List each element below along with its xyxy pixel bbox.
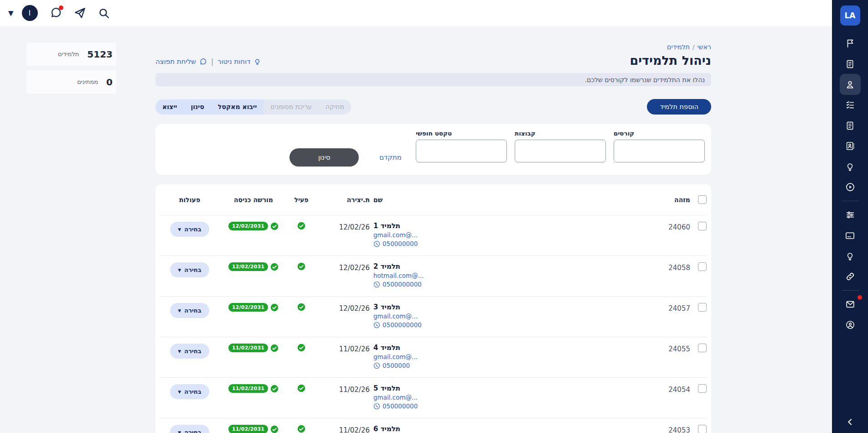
advanced-filter-link[interactable]: מתקדם [379,153,402,162]
caret-down-icon[interactable]: ▼ [8,9,14,17]
send-icon[interactable] [74,7,86,19]
student-name: תלמיד 3 [373,303,400,311]
mail-notification-dot [858,295,862,300]
row-checkbox[interactable] [698,344,707,352]
allowed-until-badge: 12/02/2031 [228,262,268,271]
phone-number: 0500000 [382,362,410,369]
tab-filter[interactable]: סינון [184,99,211,115]
row-checkbox[interactable] [698,222,707,230]
link-icon[interactable] [840,269,861,284]
student-phone[interactable]: 0500000 [373,362,410,369]
allowed-until-badge: 11/02/2031 [228,384,268,393]
row-checkbox[interactable] [698,262,707,271]
table-row: 24055 תלמיד 4 gmail.com@... 0500000 11/0… [160,337,707,378]
lightbulb-icon[interactable] [840,159,861,174]
tab-delete[interactable]: מחיקה [319,99,351,115]
sidebar-divider [842,290,859,291]
tab-edit-selected[interactable]: עריכת מסומנים [264,99,319,115]
login-allowed-cell: 12/02/2031 [228,262,279,271]
student-email-link[interactable]: hotmail.com@... [373,272,424,279]
sliders-icon[interactable] [840,207,861,223]
allowed-check-icon [270,222,279,230]
courses-input[interactable] [614,140,705,162]
actions-cell: בחירה▼ [170,222,209,237]
row-action-label: בחירה [184,307,201,314]
row-action-label: בחירה [184,388,201,395]
active-check-icon [297,344,305,352]
idea-icon[interactable] [840,248,861,264]
row-checkbox[interactable] [698,384,707,393]
filter-submit-button[interactable]: סינון [289,148,359,167]
caret-down-icon: ▼ [178,430,181,433]
courses-filter-group: קורסים [614,130,705,162]
students-table: מזהה שם ת.יצירה פעיל מורשה כניסה פעולות … [155,184,711,433]
caret-down-icon: ▼ [178,349,181,354]
stat-card-waiting: 0 ממתינים [26,70,116,94]
created-date: 12/02/26 [315,262,370,272]
free-text-input[interactable] [416,140,507,162]
row-action-button[interactable]: בחירה▼ [170,344,209,359]
row-action-button[interactable]: בחירה▼ [170,384,209,399]
created-date: 12/02/26 [315,303,370,313]
page-title: ניהול תלמידים [630,53,711,68]
flag-icon[interactable] [840,36,861,51]
student-phone[interactable]: 050000000 [373,402,418,410]
active-check-icon [297,222,305,230]
mail-icon[interactable] [840,297,861,312]
select-all-checkbox[interactable] [698,195,707,204]
tab-export[interactable]: ייצוא [155,99,184,115]
chevron-left-icon[interactable] [846,417,855,427]
student-name: תלמיד 6 [373,425,400,433]
groups-label: קבוצות [515,130,535,137]
breadcrumb-current[interactable]: תלמידים [667,43,690,51]
credit-card-icon[interactable] [840,228,861,243]
row-action-button[interactable]: בחירה▼ [170,262,209,277]
breadcrumb-separator: / [692,43,695,51]
student-email-link[interactable]: gmail.com@... [373,353,418,360]
header-actions: פעולות [179,196,200,203]
avatar[interactable]: I [22,5,38,21]
groups-input[interactable] [515,140,606,162]
toolbar: הוספת תלמיד מחיקה עריכת מסומנים ייבוא מא… [155,99,711,115]
play-circle-icon[interactable] [840,179,861,195]
row-action-button[interactable]: בחירה▼ [170,222,209,237]
student-email-link[interactable]: gmail.com@... [373,394,418,401]
student-email-link[interactable]: gmail.com@... [373,231,418,239]
row-checkbox[interactable] [698,425,707,433]
monitor-reports-link[interactable]: דוחות ניטור [217,57,250,66]
active-check-icon [297,384,305,392]
add-student-button[interactable]: הוספת תלמיד [647,99,711,115]
user-circle-icon[interactable] [840,317,861,333]
row-action-button[interactable]: בחירה▼ [170,303,209,318]
tab-import-excel[interactable]: ייבוא מאקסל [211,99,264,115]
student-phone[interactable]: 050000000 [373,240,418,247]
table-header-row: מזהה שם ת.יצירה פעיל מורשה כניסה פעולות [160,184,707,215]
send-broadcast-link[interactable]: שליחת תפוצה [155,57,196,66]
caret-down-icon: ▼ [178,308,181,313]
breadcrumb-home[interactable]: ראשי [698,43,711,51]
student-email-link[interactable]: gmail.com@... [373,313,418,320]
phone-number: 0500000000 [382,281,422,288]
app-logo[interactable]: LA [840,5,860,26]
document-icon[interactable] [840,56,861,72]
search-icon[interactable] [98,7,110,19]
login-allowed-cell: 12/02/2031 [228,222,279,230]
row-checkbox[interactable] [698,303,707,312]
groups-filter-group: קבוצות [515,130,606,162]
allowed-until-badge: 12/02/2031 [228,222,268,230]
contacts-icon[interactable] [840,138,861,154]
pages-icon[interactable] [840,118,861,133]
table-row: 24053 תלמיד 6 11/02/26 11/02/2031 בחירה▼ [160,418,707,433]
checklist-icon[interactable] [840,97,861,113]
actions-cell: בחירה▼ [170,384,209,399]
created-date: 12/02/26 [315,222,370,231]
students-icon[interactable] [840,74,861,95]
phone-number: 0500000000 [382,321,422,329]
active-check-icon [297,303,305,311]
chat-icon[interactable] [50,7,62,19]
student-phone[interactable]: 0500000000 [373,281,422,288]
tabs-active-segment: ייבוא מאקסל סינון ייצוא [155,99,264,115]
row-action-button[interactable]: בחירה▼ [170,425,209,433]
student-phone[interactable]: 0500000000 [373,321,422,329]
actions-cell: בחירה▼ [170,425,209,433]
